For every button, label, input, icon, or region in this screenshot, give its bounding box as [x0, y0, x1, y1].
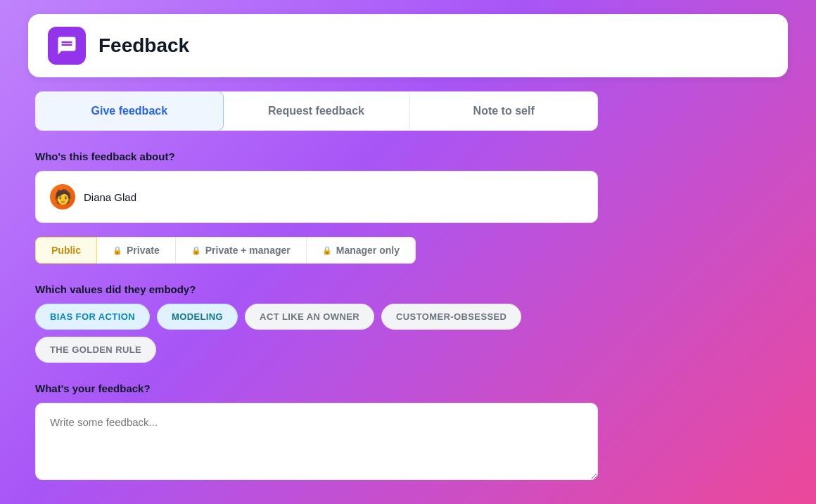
recipient-section-label: Who's this feedback about?	[35, 150, 781, 162]
values-section: Which values did they embody? BIAS FOR A…	[35, 283, 781, 363]
feedback-app-icon	[48, 27, 86, 65]
header-card: Feedback	[28, 14, 788, 77]
values-section-label: Which values did they embody?	[35, 283, 781, 295]
avatar: 🧑	[50, 184, 75, 209]
tab-bar: Give feedback Request feedback Note to s…	[35, 91, 598, 131]
visibility-options: Public 🔒 Private 🔒 Private + manager 🔒 M…	[35, 237, 499, 264]
visibility-private-manager[interactable]: 🔒 Private + manager	[176, 237, 307, 264]
visibility-manager-only[interactable]: 🔒 Manager only	[307, 237, 416, 264]
recipient-field[interactable]: 🧑 Diana Glad	[35, 171, 598, 223]
visibility-private[interactable]: 🔒 Private	[97, 237, 176, 264]
value-tag-modeling[interactable]: MODELING	[157, 304, 238, 330]
values-tags: BIAS FOR ACTION MODELING ACT LIKE AN OWN…	[35, 304, 598, 363]
feedback-textarea[interactable]	[35, 403, 598, 480]
lock-icon-private: 🔒	[113, 246, 122, 255]
value-tag-the-golden-rule[interactable]: THE GOLDEN RULE	[35, 337, 156, 363]
lock-icon-private-manager: 🔒	[191, 246, 201, 255]
recipient-name: Diana Glad	[84, 191, 136, 203]
feedback-section: What's your feedback?	[35, 382, 781, 483]
value-tag-customer-obsessed[interactable]: CUSTOMER-OBSESSED	[381, 304, 521, 330]
main-content: Give feedback Request feedback Note to s…	[28, 91, 788, 483]
lock-icon-manager-only: 🔒	[322, 246, 332, 255]
tab-note-to-self[interactable]: Note to self	[410, 92, 597, 130]
feedback-section-label: What's your feedback?	[35, 382, 781, 394]
visibility-public[interactable]: Public	[35, 237, 97, 264]
value-tag-bias-for-action[interactable]: BIAS FOR ACTION	[35, 304, 150, 330]
value-tag-act-like-an-owner[interactable]: ACT LIKE AN OWNER	[245, 304, 374, 330]
tab-request-feedback[interactable]: Request feedback	[223, 92, 411, 130]
page-title: Feedback	[98, 34, 189, 57]
tab-give-feedback[interactable]: Give feedback	[35, 91, 224, 131]
chat-icon	[56, 35, 77, 56]
